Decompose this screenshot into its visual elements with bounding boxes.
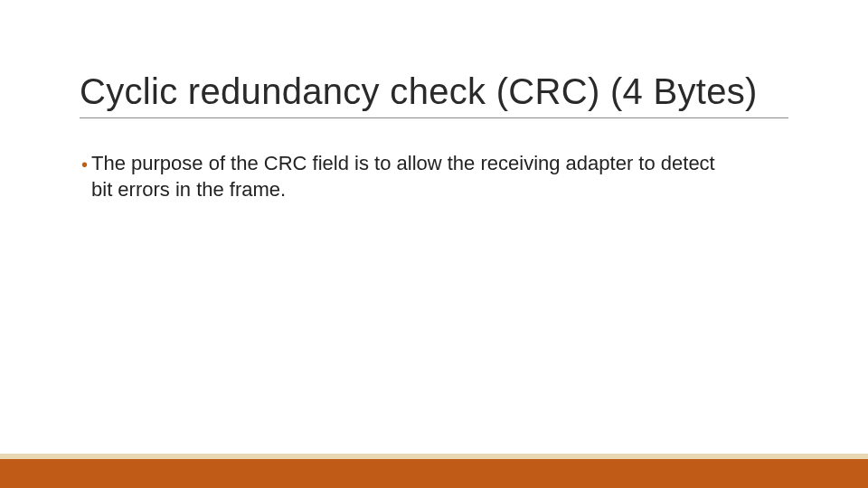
- bullet-item: • The purpose of the CRC field is to all…: [81, 151, 788, 202]
- slide: Cyclic redundancy check (CRC) (4 Bytes) …: [0, 0, 868, 488]
- footer-bar: [0, 459, 868, 488]
- slide-body: • The purpose of the CRC field is to all…: [80, 151, 788, 202]
- bullet-marker-icon: •: [81, 153, 88, 176]
- bullet-text: The purpose of the CRC field is to allow…: [91, 151, 724, 202]
- slide-title: Cyclic redundancy check (CRC) (4 Bytes): [80, 70, 788, 118]
